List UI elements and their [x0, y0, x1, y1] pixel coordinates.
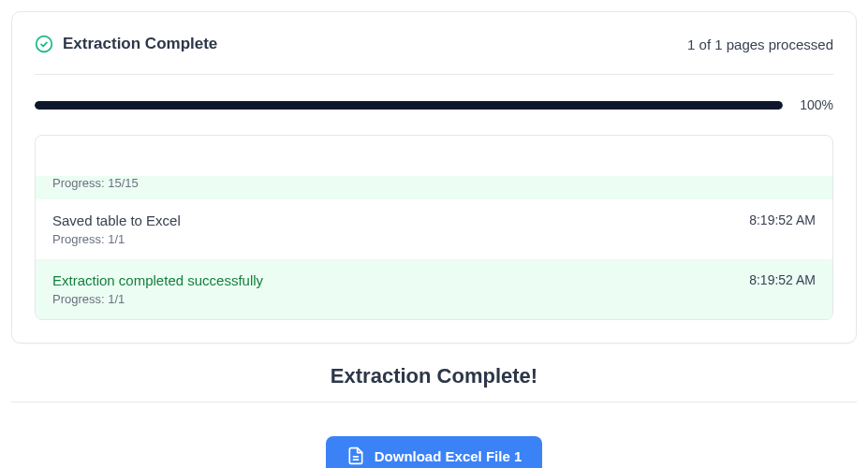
- complete-section: Extraction Complete! Download Excel File…: [11, 364, 857, 468]
- complete-heading: Extraction Complete!: [11, 364, 857, 402]
- log-container: Progress: 15/15 Saved table to Excel Pro…: [35, 135, 833, 320]
- progress-bar-fill: [35, 101, 783, 110]
- card-title: Extraction Complete: [63, 35, 217, 53]
- progress-percent: 100%: [800, 97, 833, 112]
- log-progress-text: Progress: 1/1: [52, 292, 263, 306]
- log-item-left: Extraction completed successfully Progre…: [52, 272, 263, 306]
- title-group: Extraction Complete: [35, 35, 217, 53]
- log-item: Progress: 15/15: [36, 176, 832, 199]
- status-card: Extraction Complete 1 of 1 pages process…: [11, 11, 857, 344]
- log-item-title: Saved table to Excel: [52, 212, 181, 228]
- download-excel-button[interactable]: Download Excel File 1: [326, 436, 543, 468]
- svg-point-0: [37, 37, 52, 52]
- card-header: Extraction Complete 1 of 1 pages process…: [35, 35, 833, 75]
- log-item-time: 8:19:52 AM: [749, 212, 816, 227]
- progress-row: 100%: [35, 97, 833, 112]
- download-button-label: Download Excel File 1: [375, 448, 522, 464]
- log-item-title: Extraction completed successfully: [52, 272, 263, 288]
- log-progress-text: Progress: 15/15: [52, 176, 816, 190]
- log-item-left: Saved table to Excel Progress: 1/1: [52, 212, 181, 246]
- file-text-icon: [346, 446, 365, 465]
- log-item: Saved table to Excel Progress: 1/1 8:19:…: [36, 199, 832, 259]
- pages-processed-text: 1 of 1 pages processed: [687, 37, 833, 52]
- progress-bar: [35, 101, 783, 110]
- log-item-time: 8:19:52 AM: [749, 272, 816, 287]
- check-circle-icon: [35, 35, 53, 53]
- log-item: Extraction completed successfully Progre…: [36, 259, 832, 319]
- log-progress-text: Progress: 1/1: [52, 232, 181, 246]
- log-scroll[interactable]: Progress: 15/15 Saved table to Excel Pro…: [36, 136, 832, 319]
